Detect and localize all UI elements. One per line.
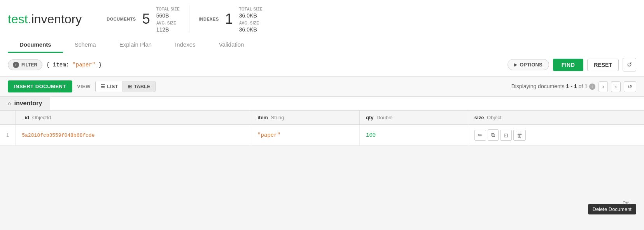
- doc-size-details: TOTAL SIZE 560B AVG. SIZE 112B: [156, 5, 180, 33]
- find-button[interactable]: FIND: [553, 59, 584, 71]
- indexes-stat: INDEXES 1 TOTAL SIZE 36.0KB AVG. SIZE 36…: [189, 5, 272, 33]
- top-bar: test.inventory DOCUMENTS 5 TOTAL SIZE 56…: [0, 0, 644, 53]
- tab-schema[interactable]: Schema: [63, 37, 108, 53]
- documents-table-container: _id ObjectId item String qty Double size…: [0, 111, 644, 146]
- filter-info-icon: i: [13, 62, 19, 68]
- filter-button[interactable]: i FILTER: [8, 59, 42, 70]
- clone-button[interactable]: ⊡: [500, 130, 512, 141]
- options-button[interactable]: ▶ OPTIONS: [508, 59, 549, 70]
- row-id: 5a2818fcb3559f048b68fcde: [16, 125, 251, 146]
- home-icon: ⌂: [8, 100, 11, 106]
- col-header-id: _id ObjectId: [16, 111, 251, 125]
- row-qty: 100: [360, 125, 468, 146]
- reload-button[interactable]: ↺: [624, 81, 636, 92]
- reset-button[interactable]: RESET: [587, 59, 619, 71]
- filter-refresh-button[interactable]: ↺: [623, 58, 636, 71]
- col-header-qty: qty Double: [360, 111, 468, 125]
- documents-count: 5: [142, 12, 150, 26]
- idx-size-details: TOTAL SIZE 36.0KB AVG. SIZE 36.0KB: [239, 5, 262, 33]
- copy-button[interactable]: ⧉: [488, 129, 499, 141]
- doc-total-size-label: TOTAL SIZE: [156, 7, 180, 11]
- indexes-label: INDEXES: [199, 17, 219, 21]
- app-title: test.inventory: [8, 12, 82, 26]
- left-actions: INSERT DOCUMENT VIEW ☰ LIST ⊞ TABLE: [8, 80, 156, 92]
- header-row: test.inventory DOCUMENTS 5 TOTAL SIZE 56…: [8, 5, 636, 33]
- documents-label: DOCUMENTS: [107, 17, 136, 21]
- qty-value: 100: [366, 132, 376, 138]
- filter-label: FILTER: [21, 62, 37, 68]
- list-icon: ☰: [100, 84, 105, 89]
- list-label: LIST: [107, 84, 118, 89]
- options-label: OPTIONS: [520, 62, 542, 68]
- table-view-button[interactable]: ⊞ TABLE: [123, 81, 155, 92]
- stats-group: DOCUMENTS 5 TOTAL SIZE 560B AVG. SIZE 11…: [97, 5, 272, 33]
- doc-avg-size-value: 112B: [156, 26, 169, 33]
- view-toggle: ☰ LIST ⊞ TABLE: [95, 81, 156, 92]
- edit-button[interactable]: ✏: [474, 130, 486, 141]
- row-size: ✏ ⧉ ⊡ 🗑: [468, 125, 644, 146]
- documents-table: _id ObjectId item String qty Double size…: [0, 111, 644, 146]
- documents-stat: DOCUMENTS 5 TOTAL SIZE 560B AVG. SIZE 11…: [97, 5, 189, 33]
- item-value: "paper": [257, 132, 280, 138]
- tab-indexes[interactable]: Indexes: [163, 37, 207, 53]
- action-bar: INSERT DOCUMENT VIEW ☰ LIST ⊞ TABLE Disp…: [0, 77, 644, 97]
- tab-explain-plan[interactable]: Explain Plan: [108, 37, 163, 53]
- table-icon: ⊞: [128, 84, 132, 89]
- options-arrow-icon: ▶: [514, 63, 517, 67]
- filter-query: { item: "paper" }: [46, 62, 504, 68]
- row-number: 1: [0, 125, 16, 146]
- idx-avg-size-label: AVG. SIZE: [239, 21, 259, 25]
- indexes-count: 1: [225, 12, 233, 26]
- next-page-button[interactable]: ›: [611, 81, 621, 92]
- display-info: Displaying documents 1 - 1 of 1 i: [511, 83, 595, 90]
- view-label: VIEW: [77, 84, 91, 89]
- doc-total-size-value: 560B: [156, 12, 169, 19]
- col-header-item: item String: [251, 111, 360, 125]
- title-collection: inventory: [31, 12, 82, 26]
- content-area: ⌂ inventory _id ObjectId item String: [0, 97, 644, 146]
- collection-tab-row: ⌂ inventory: [0, 97, 644, 111]
- idx-avg-size-value: 36.0KB: [239, 26, 257, 33]
- table-header-row: _id ObjectId item String qty Double size…: [0, 111, 644, 125]
- row-item: "paper": [251, 125, 360, 146]
- collection-name: inventory: [14, 100, 42, 107]
- title-test: test: [8, 12, 28, 26]
- tabs: Documents Schema Explain Plan Indexes Va…: [8, 37, 636, 53]
- tab-validation[interactable]: Validation: [207, 37, 256, 53]
- table-row: 1 5a2818fcb3559f048b68fcde "paper" 100 ✏…: [0, 125, 644, 146]
- display-range: 1 - 1: [566, 83, 577, 89]
- list-view-button[interactable]: ☰ LIST: [96, 81, 123, 92]
- right-actions: Displaying documents 1 - 1 of 1 i ‹ › ↺: [511, 81, 636, 92]
- table-label: TABLE: [134, 84, 150, 89]
- delete-button[interactable]: 🗑: [513, 130, 526, 141]
- col-header-size: size Object: [468, 111, 644, 125]
- display-info-icon[interactable]: i: [589, 84, 595, 90]
- insert-document-button[interactable]: INSERT DOCUMENT: [8, 80, 72, 92]
- collection-header: ⌂ inventory: [0, 97, 50, 110]
- idx-total-size-value: 36.0KB: [239, 12, 257, 19]
- idx-total-size-label: TOTAL SIZE: [239, 7, 262, 11]
- filter-toolbar: i FILTER { item: "paper" } ▶ OPTIONS FIN…: [0, 53, 644, 77]
- id-value[interactable]: 5a2818fcb3559f048b68fcde: [22, 132, 94, 138]
- tab-documents[interactable]: Documents: [8, 37, 63, 53]
- row-actions: ✏ ⧉ ⊡ 🗑: [474, 129, 638, 141]
- col-row-num: [0, 111, 16, 125]
- doc-avg-size-label: AVG. SIZE: [156, 21, 176, 25]
- prev-page-button[interactable]: ‹: [598, 81, 608, 92]
